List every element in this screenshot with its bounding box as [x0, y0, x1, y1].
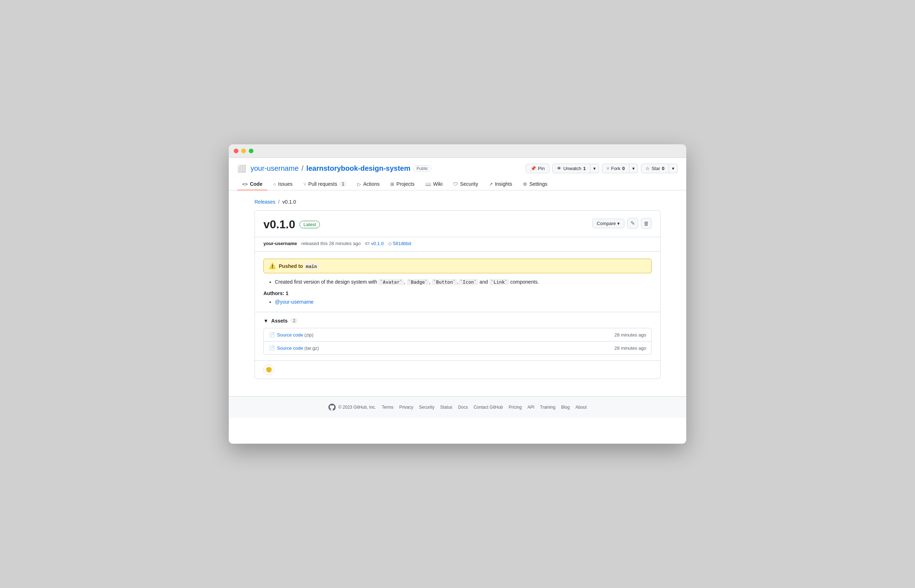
fork-button[interactable]: ⑂ Fork 0 — [602, 164, 629, 173]
push-notice: ⚠️ Pushed to main — [263, 258, 652, 273]
repo-icon: ⬜ — [237, 164, 246, 173]
author-link[interactable]: @your-username — [275, 299, 313, 305]
tab-security-label: Security — [460, 181, 478, 187]
github-logo — [329, 404, 335, 411]
footer-pricing[interactable]: Pricing — [509, 405, 522, 410]
settings-icon: ⚙ — [523, 181, 527, 187]
projects-icon: ⊞ — [390, 181, 394, 187]
star-button[interactable]: ☆ Star 0 — [641, 164, 669, 173]
release-commit: ◇ 581dbbd — [388, 241, 411, 246]
unwatch-count: 1 — [583, 166, 585, 171]
warning-icon: ⚠️ — [269, 263, 276, 269]
edit-icon: ✎ — [630, 220, 635, 226]
unwatch-dropdown[interactable]: ▾ — [591, 164, 599, 173]
footer-logo: © 2023 GitHub, Inc. — [329, 404, 376, 411]
compare-chevron: ▾ — [617, 221, 620, 226]
titlebar — [229, 144, 686, 158]
repo-actions: 📌 Pin 👁 Unwatch 1 ▾ — [526, 164, 678, 173]
footer-security[interactable]: Security — [419, 405, 434, 410]
nav-tabs: <> Code ○ Issues ⑂ Pull requests 1 ▷ Act… — [237, 178, 678, 190]
unwatch-button[interactable]: 👁 Unwatch 1 — [552, 164, 591, 173]
tab-security[interactable]: 🛡 Security — [448, 178, 483, 191]
latest-badge: Latest — [300, 221, 320, 228]
footer-api[interactable]: API — [528, 405, 534, 410]
tab-actions[interactable]: ▷ Actions — [352, 178, 385, 191]
assets-label: Assets — [271, 318, 288, 324]
footer-about[interactable]: About — [575, 405, 586, 410]
targz-file-icon: 📄 — [269, 345, 275, 351]
tab-code[interactable]: <> Code — [237, 178, 267, 191]
star-label: Star — [652, 166, 660, 171]
breadcrumb: Releases / v0.1.0 — [254, 199, 661, 205]
footer-terms[interactable]: Terms — [382, 405, 394, 410]
release-version: v0.1.0 — [263, 218, 295, 231]
tab-insights-label: Insights — [495, 181, 512, 187]
reaction-section: 🙂 — [255, 361, 660, 379]
code-icon: <> — [242, 181, 248, 187]
release-tag: 🏷 v0.1.0 — [365, 241, 384, 246]
release-commit-link[interactable]: 581dbbd — [393, 241, 411, 246]
release-actions: Compare ▾ ✎ 🗑 — [592, 218, 652, 229]
release-tag-link[interactable]: v0.1.0 — [371, 241, 384, 246]
star-dropdown[interactable]: ▾ — [669, 164, 678, 173]
pin-button[interactable]: 📌 Pin — [526, 164, 549, 173]
delete-button[interactable]: 🗑 — [641, 218, 652, 229]
release-title-section: v0.1.0 Latest — [263, 218, 320, 231]
footer-status[interactable]: Status — [440, 405, 452, 410]
release-note-item: Created first version of the design syst… — [275, 279, 652, 285]
tab-projects[interactable]: ⊞ Projects — [385, 178, 419, 191]
asset-targz-time: 28 minutes ago — [614, 346, 646, 351]
asset-zip-time: 28 minutes ago — [614, 332, 646, 338]
issue-icon: ○ — [273, 181, 276, 187]
minimize-button[interactable] — [241, 149, 246, 153]
visibility-badge: Public — [413, 165, 431, 172]
star-icon: ☆ — [646, 166, 650, 171]
breadcrumb-separator: / — [278, 199, 280, 205]
asset-targz-link[interactable]: 📄 Source code (tar.gz) — [269, 345, 319, 351]
assets-header[interactable]: ▼ Assets 2 — [263, 318, 652, 324]
tab-settings-label: Settings — [530, 181, 547, 187]
footer-blog[interactable]: Blog — [561, 405, 570, 410]
authors-label: Authors: 1 — [263, 291, 652, 296]
footer: © 2023 GitHub, Inc. Terms Privacy Securi… — [229, 396, 686, 418]
fork-icon: ⑂ — [607, 166, 609, 171]
asset-row-targz: 📄 Source code (tar.gz) 28 minutes ago — [264, 341, 651, 354]
repo-owner-link[interactable]: your-username — [251, 164, 299, 173]
breadcrumb-current: v0.1.0 — [282, 199, 296, 205]
fork-count: 0 — [622, 166, 625, 171]
push-notice-text: Pushed to main — [279, 263, 319, 269]
compare-label: Compare — [597, 221, 616, 226]
tab-settings[interactable]: ⚙ Settings — [518, 178, 552, 191]
footer-docs[interactable]: Docs — [458, 405, 468, 410]
content-area: ⬜ your-username / learnstorybook-design-… — [229, 158, 686, 444]
browser-window: ⬜ your-username / learnstorybook-design-… — [229, 144, 686, 444]
close-button[interactable] — [234, 149, 238, 153]
tab-issues[interactable]: ○ Issues — [268, 178, 297, 191]
tab-code-label: Code — [250, 181, 262, 187]
commit-icon: ◇ — [388, 241, 392, 246]
fork-dropdown[interactable]: ▾ — [629, 164, 638, 173]
asset-zip-link[interactable]: 📄 Source code (zip) — [269, 332, 313, 338]
smiley-icon: 🙂 — [266, 367, 272, 373]
repo-name-link[interactable]: learnstorybook-design-system — [306, 164, 410, 173]
release-box: v0.1.0 Latest Compare ▾ ✎ 🗑 — [254, 210, 661, 379]
edit-button[interactable]: ✎ — [627, 218, 638, 229]
compare-button[interactable]: Compare ▾ — [592, 219, 624, 228]
assets-section: ▼ Assets 2 📄 Source code (zip) 28 minute… — [255, 312, 660, 361]
author-item: @your-username — [275, 299, 652, 305]
tab-pull-requests[interactable]: ⑂ Pull requests 1 — [298, 178, 352, 191]
tab-wiki[interactable]: 📖 Wiki — [420, 178, 447, 191]
fork-label: Fork — [611, 166, 620, 171]
fork-group: ⑂ Fork 0 ▾ — [602, 164, 638, 173]
maximize-button[interactable] — [249, 149, 253, 153]
release-header: v0.1.0 Latest Compare ▾ ✎ 🗑 — [255, 211, 660, 237]
footer-privacy[interactable]: Privacy — [399, 405, 413, 410]
security-icon: 🛡 — [453, 181, 458, 187]
tab-insights[interactable]: ↗ Insights — [484, 178, 517, 191]
footer-contact[interactable]: Contact GitHub — [474, 405, 503, 410]
reaction-button[interactable]: 🙂 — [263, 364, 274, 375]
releases-link[interactable]: Releases — [254, 199, 275, 205]
assets-list: 📄 Source code (zip) 28 minutes ago 📄 Sou… — [263, 328, 652, 355]
repo-title-row: ⬜ your-username / learnstorybook-design-… — [237, 164, 678, 173]
footer-training[interactable]: Training — [540, 405, 555, 410]
